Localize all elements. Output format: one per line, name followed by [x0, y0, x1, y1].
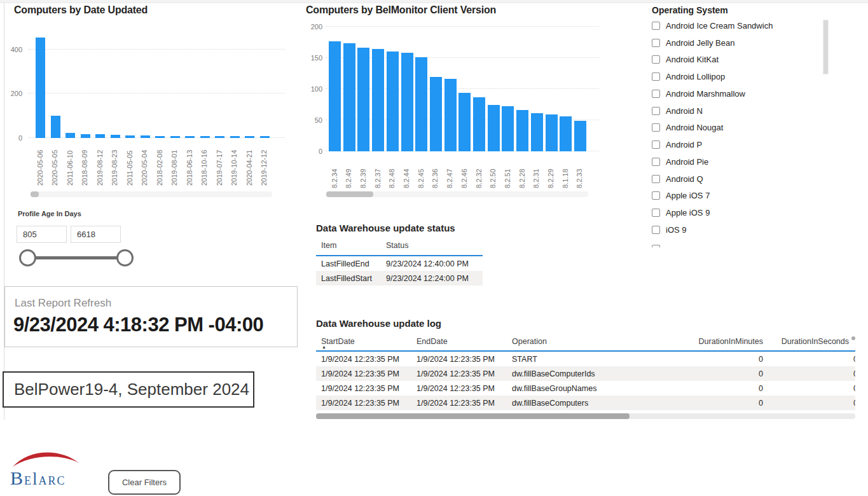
- bar[interactable]: [473, 97, 485, 151]
- checkbox-icon[interactable]: [652, 158, 660, 166]
- os-filter-item-label: Apple iOS 9: [666, 208, 710, 217]
- bar[interactable]: [95, 134, 105, 138]
- range-slider-track[interactable]: [27, 256, 125, 259]
- bar[interactable]: [215, 136, 224, 138]
- x-axis-tick-label: 8.2.37: [374, 155, 383, 188]
- chart-scrollbar-thumb[interactable]: [326, 191, 373, 197]
- bar[interactable]: [531, 113, 543, 151]
- table-row[interactable]: 1/9/2024 12:23:35 PM1/9/2024 12:23:35 PM…: [316, 352, 855, 366]
- bar[interactable]: [502, 106, 514, 151]
- os-filter-item[interactable]: Android KitKat: [652, 52, 849, 69]
- checkbox-icon[interactable]: [652, 22, 660, 30]
- table-cell: 1/9/2024 12:23:35 PM: [411, 399, 507, 408]
- bar[interactable]: [155, 136, 165, 138]
- os-filter-item[interactable]: Android Ice Cream Sandwich: [652, 17, 849, 34]
- checkbox-icon[interactable]: [652, 90, 660, 98]
- bar[interactable]: [401, 53, 413, 151]
- table-title: Data Warehouse update log: [316, 318, 855, 329]
- os-filter-item[interactable]: iOS 9: [652, 221, 849, 238]
- bar[interactable]: [185, 136, 195, 138]
- clear-filters-button[interactable]: Clear Filters: [108, 470, 181, 495]
- partial-checkbox: [652, 245, 660, 247]
- os-filter-item[interactable]: Apple iOS 9: [652, 204, 849, 221]
- os-filter-item[interactable]: Android Nougat: [652, 120, 849, 137]
- chart-scrollbar-thumb[interactable]: [31, 191, 39, 197]
- bar[interactable]: [343, 43, 355, 151]
- bar[interactable]: [329, 41, 341, 151]
- os-filter-item[interactable]: Android Q: [652, 170, 849, 188]
- bar[interactable]: [111, 135, 120, 138]
- chart-scrollbar-track[interactable]: [31, 191, 272, 197]
- bar[interactable]: [444, 79, 457, 151]
- range-slider-handle-min[interactable]: [19, 249, 36, 266]
- bar[interactable]: [200, 136, 210, 138]
- belarc-logo-arc-icon: [11, 447, 80, 467]
- logo-letter: B: [10, 467, 24, 488]
- os-list-scrollbar[interactable]: [823, 20, 829, 74]
- os-filter-item[interactable]: Android Lollipop: [652, 68, 849, 85]
- belarc-logo-text: Belarc: [10, 467, 66, 489]
- os-filter-item[interactable]: Android P: [652, 136, 849, 153]
- bar[interactable]: [516, 110, 528, 151]
- column-header-status[interactable]: Status: [381, 241, 483, 250]
- column-header-durationinseconds[interactable]: DurationInSeconds: [763, 337, 855, 346]
- bar[interactable]: [560, 116, 572, 151]
- bar[interactable]: [170, 136, 180, 138]
- checkbox-icon[interactable]: [652, 191, 660, 200]
- table-cell: 1/9/2024 12:23:35 PM: [316, 355, 411, 364]
- checkbox-icon[interactable]: [652, 209, 660, 217]
- bar[interactable]: [415, 57, 427, 151]
- bar[interactable]: [574, 121, 586, 151]
- table-row[interactable]: 1/9/2024 12:23:35 PM1/9/2024 12:23:35 PM…: [316, 366, 855, 381]
- bar[interactable]: [141, 135, 150, 138]
- table-cell: 0: [763, 355, 855, 364]
- range-slider-handle-max[interactable]: [116, 249, 134, 266]
- bar[interactable]: [357, 48, 369, 151]
- bar[interactable]: [230, 136, 240, 138]
- profile-age-min-input[interactable]: [17, 226, 67, 243]
- checkbox-icon[interactable]: [652, 226, 660, 234]
- os-filter-item[interactable]: Android Marshmallow: [652, 85, 849, 102]
- bar[interactable]: [372, 49, 384, 151]
- column-header-startdate[interactable]: StartDate: [316, 337, 411, 346]
- column-header-enddate[interactable]: EndDate: [411, 337, 507, 346]
- checkbox-icon[interactable]: [652, 141, 660, 149]
- bar[interactable]: [125, 135, 135, 138]
- bar[interactable]: [430, 77, 442, 151]
- bar[interactable]: [488, 105, 500, 151]
- column-header-durationinminutes[interactable]: DurationInMinutes: [688, 337, 763, 346]
- checkbox-icon[interactable]: [652, 175, 660, 183]
- checkbox-icon[interactable]: [652, 123, 660, 132]
- table-cell: 0: [688, 384, 763, 393]
- table-row[interactable]: 1/9/2024 12:23:35 PM1/9/2024 12:23:35 PM…: [316, 396, 855, 410]
- operating-system-slicer: Operating System Android Ice Cream Sandw…: [652, 5, 849, 247]
- column-header-operation[interactable]: Operation: [507, 337, 688, 346]
- checkbox-icon[interactable]: [652, 55, 660, 64]
- bar[interactable]: [51, 116, 60, 138]
- table-body: 1/9/2024 12:23:35 PM1/9/2024 12:23:35 PM…: [316, 352, 855, 410]
- bar[interactable]: [387, 52, 399, 151]
- profile-age-max-input[interactable]: [71, 226, 121, 243]
- bar[interactable]: [245, 136, 254, 138]
- bar[interactable]: [81, 134, 90, 138]
- os-filter-item[interactable]: Android N: [652, 102, 849, 120]
- bar[interactable]: [36, 38, 45, 138]
- os-filter-item[interactable]: Android Pie: [652, 153, 849, 170]
- os-filter-item[interactable]: Apple iOS 7: [652, 188, 849, 205]
- column-header-item[interactable]: Item: [316, 241, 381, 250]
- bar[interactable]: [65, 133, 75, 138]
- log-table-scrollbar-thumb[interactable]: [316, 413, 630, 419]
- table-row[interactable]: LastFilledStart9/23/2024 12:24:00 PM: [316, 271, 483, 286]
- x-axis-tick-label: 8.2.44: [403, 155, 411, 188]
- bar[interactable]: [546, 114, 558, 151]
- checkbox-icon[interactable]: [652, 107, 660, 115]
- os-filter-item-label: Android Marshmallow: [666, 89, 745, 99]
- checkbox-icon[interactable]: [652, 39, 660, 47]
- checkbox-icon[interactable]: [652, 72, 660, 81]
- bar[interactable]: [260, 136, 270, 138]
- table-row[interactable]: LastFilledEnd9/23/2024 12:40:00 PM: [316, 256, 483, 271]
- bar[interactable]: [458, 93, 471, 151]
- table-row[interactable]: 1/9/2024 12:23:35 PM1/9/2024 12:23:35 PM…: [316, 381, 855, 396]
- os-filter-item[interactable]: Android Jelly Bean: [652, 34, 849, 52]
- profile-age-slicer: Profile Age In Days: [14, 210, 179, 280]
